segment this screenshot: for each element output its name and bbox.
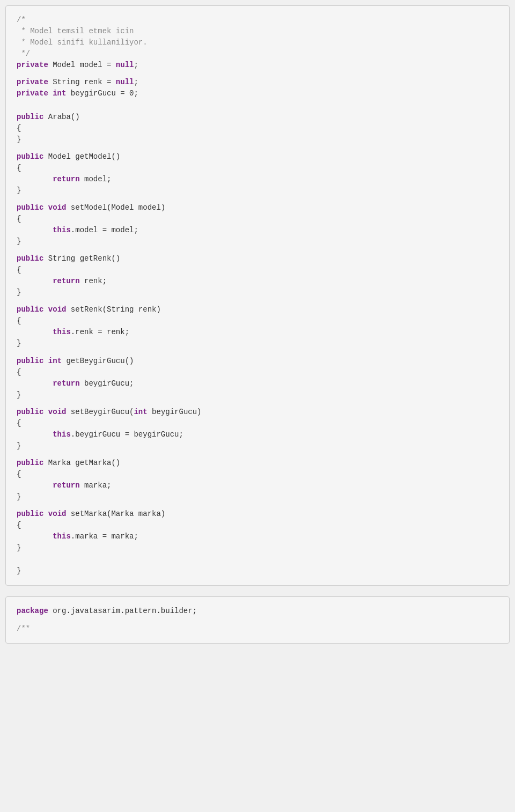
keyword: void (48, 408, 67, 416)
code-line: { (17, 418, 498, 429)
code-line: return beygirGucu; (17, 378, 498, 389)
code-segment: { (17, 316, 21, 325)
comment-text: /* (17, 16, 26, 24)
code-segment: beygirGucu; (80, 379, 134, 388)
code-line: } (17, 287, 498, 298)
comment-text: /** (17, 624, 30, 633)
code-line (17, 349, 498, 355)
keyword: public (17, 254, 43, 263)
code-segment (17, 328, 53, 336)
code-segment (17, 379, 53, 388)
code-text-1: /* * Model temsil etmek icin * Model sin… (17, 14, 498, 577)
code-line: { (17, 264, 498, 276)
keyword: this (53, 328, 71, 336)
code-segment: } (17, 288, 21, 297)
code-segment: { (17, 470, 21, 478)
code-line: public String getRenk() (17, 253, 498, 264)
keyword: public (17, 510, 43, 518)
code-line (17, 145, 498, 151)
code-line: this.marka = marka; (17, 531, 498, 542)
code-segment (43, 510, 48, 518)
code-segment: marka; (80, 481, 112, 490)
code-line: package org.javatasarim.pattern.builder; (17, 606, 498, 617)
code-line: public void setMarka(Marka marka) (17, 508, 498, 520)
code-segment: model; (80, 175, 112, 183)
code-segment: } (17, 441, 21, 450)
code-line: } (17, 134, 498, 145)
code-segment: } (17, 237, 21, 246)
code-line: } (17, 185, 498, 196)
code-line (17, 99, 498, 105)
code-segment: ; (134, 78, 138, 86)
code-line: { (17, 163, 498, 174)
keyword: return (53, 277, 79, 285)
code-line: public void setBeygirGucu(int beygirGucu… (17, 407, 498, 418)
code-segment: { (17, 368, 21, 377)
code-line (17, 401, 498, 407)
keyword: private (17, 78, 48, 86)
code-line (17, 553, 498, 559)
code-line: { (17, 213, 498, 225)
code-line: * Model sinifi kullaniliyor. (17, 37, 498, 48)
code-segment (17, 226, 53, 234)
code-line: } (17, 236, 498, 247)
keyword: public (17, 305, 43, 314)
code-block-1: /* * Model temsil etmek icin * Model sin… (5, 5, 510, 586)
code-segment: .beygirGucu = beygirGucu; (71, 430, 183, 439)
code-line: public int getBeygirGucu() (17, 356, 498, 367)
code-segment: } (17, 186, 21, 195)
code-segment: beygirGucu = 0; (66, 89, 138, 98)
code-segment (17, 481, 53, 490)
code-segment: String getRenk() (43, 254, 120, 263)
code-line: { (17, 367, 498, 378)
keyword: int (48, 357, 62, 365)
comment-text: * Model temsil etmek icin (17, 27, 134, 35)
code-segment: } (17, 135, 21, 144)
code-segment: beygirGucu) (148, 408, 202, 416)
code-segment: { (17, 265, 21, 274)
code-segment (48, 89, 53, 98)
code-line (17, 196, 498, 202)
code-segment (43, 203, 48, 212)
code-segment (17, 430, 53, 439)
keyword: public (17, 357, 43, 365)
keyword: void (48, 203, 67, 212)
code-line (17, 617, 498, 623)
code-line: { (17, 520, 498, 531)
code-segment: { (17, 419, 21, 427)
code-segment: org.javatasarim.pattern.builder; (48, 607, 197, 615)
code-segment: .model = model; (71, 226, 138, 234)
code-line: this.beygirGucu = beygirGucu; (17, 429, 498, 440)
code-segment: getBeygirGucu() (62, 357, 134, 365)
comment-text: */ (17, 49, 30, 58)
code-line: private String renk = null; (17, 77, 498, 88)
code-text-2: package org.javatasarim.pattern.builder;… (17, 606, 498, 634)
code-segment: } (17, 492, 21, 501)
keyword: this (53, 430, 71, 439)
keyword: package (17, 607, 48, 615)
comment-text: * Model sinifi kullaniliyor. (17, 38, 148, 47)
code-segment: } (17, 543, 21, 552)
code-line: return renk; (17, 276, 498, 287)
code-segment: Model model = (48, 61, 116, 69)
code-container: /* * Model temsil etmek icin * Model sin… (5, 5, 510, 644)
code-line: { (17, 469, 498, 480)
code-line: public Araba() (17, 112, 498, 123)
code-line: * Model temsil etmek icin (17, 26, 498, 37)
keyword: return (53, 175, 79, 183)
code-line: /** (17, 623, 498, 634)
code-segment (43, 357, 48, 365)
keyword: return (53, 481, 79, 490)
code-segment: renk; (80, 277, 107, 285)
code-line (17, 503, 498, 508)
code-segment: setModel(Model model) (66, 203, 165, 212)
code-line: public Model getModel() (17, 151, 498, 163)
code-line: return model; (17, 174, 498, 185)
code-segment: { (17, 521, 21, 529)
code-line (17, 71, 498, 77)
code-line: } (17, 491, 498, 503)
code-line: */ (17, 48, 498, 60)
code-segment: .marka = marka; (71, 532, 138, 541)
keyword: private (17, 89, 48, 98)
code-line (17, 247, 498, 253)
